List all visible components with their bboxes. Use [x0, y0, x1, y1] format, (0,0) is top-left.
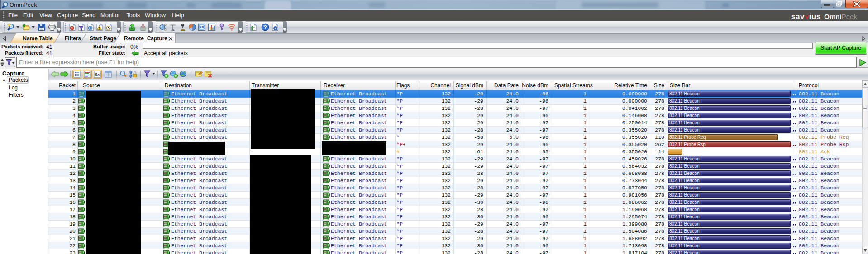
svg-text:?: ? — [263, 24, 267, 30]
svg-text:0x: 0x — [95, 72, 100, 77]
